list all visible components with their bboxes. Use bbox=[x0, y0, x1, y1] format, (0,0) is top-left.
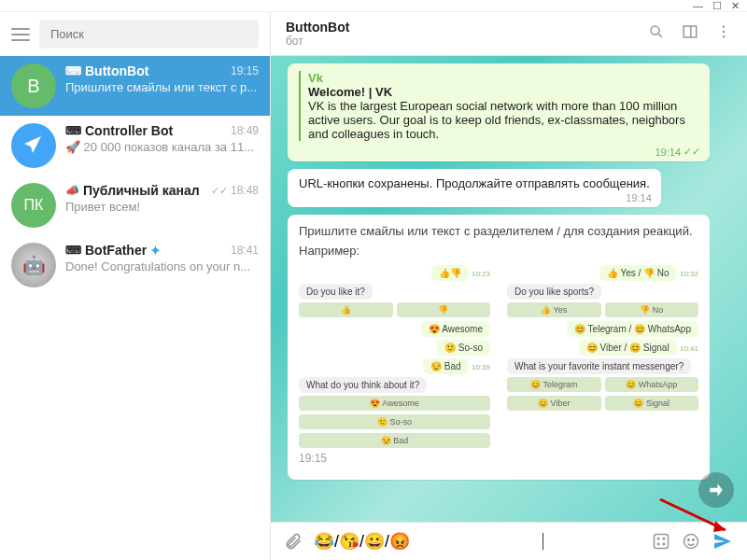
chat-name-label: Публичный канал bbox=[83, 183, 200, 198]
example-label: Например: bbox=[299, 244, 698, 258]
mini-reaction: 😒 Bad bbox=[423, 358, 469, 374]
message-time: 19:15 bbox=[299, 452, 327, 465]
mini-button: 🙂 So-so bbox=[299, 414, 490, 429]
verified-icon: ✦ bbox=[150, 244, 161, 258]
mini-button: 👎 No bbox=[605, 302, 699, 317]
chat-preview: 🚀 20 000 показов канала за 11... bbox=[65, 140, 259, 154]
svg-point-11 bbox=[663, 543, 665, 545]
svg-line-1 bbox=[658, 34, 662, 37]
svg-point-10 bbox=[657, 543, 659, 545]
more-icon[interactable] bbox=[715, 23, 732, 44]
chat-name-label: BotFather bbox=[85, 243, 147, 258]
svg-point-9 bbox=[663, 538, 665, 539]
mini-question: Do you like it? bbox=[299, 284, 373, 300]
mini-question: Do you like sports? bbox=[507, 284, 601, 300]
megaphone-icon: 📣 bbox=[65, 184, 79, 197]
svg-rect-7 bbox=[655, 535, 669, 549]
link-source: Vk bbox=[308, 71, 698, 85]
window-close[interactable]: ✕ bbox=[731, 0, 740, 12]
chat-time: 18:49 bbox=[231, 124, 259, 137]
link-title: Welcome! | VK bbox=[308, 85, 698, 99]
chat-item-public-channel[interactable]: ПК 📣Публичный канал ✓✓ 18:48 Привет всем… bbox=[0, 175, 270, 235]
search-icon[interactable] bbox=[648, 23, 665, 44]
text-caret bbox=[543, 533, 543, 550]
attach-icon[interactable] bbox=[284, 532, 303, 551]
window-minimize[interactable]: — bbox=[693, 0, 703, 11]
bot-icon: ⌨ bbox=[65, 124, 81, 137]
svg-point-5 bbox=[723, 31, 725, 33]
message-input[interactable]: 😂/😘/😀/😡 bbox=[314, 531, 641, 552]
bot-icon: ⌨ bbox=[65, 64, 81, 77]
send-button[interactable] bbox=[712, 530, 734, 553]
window-maximize[interactable]: ☐ bbox=[712, 0, 722, 12]
example-column-1: 👍👎 10:23 Do you like it? 👍👎 😍 Awesome 🙂 … bbox=[299, 265, 490, 452]
search-input[interactable] bbox=[39, 20, 259, 49]
mini-reaction: 👍👎 bbox=[431, 265, 469, 281]
mini-button: 😊 WhatsApp bbox=[605, 377, 699, 392]
chat-time: 18:41 bbox=[231, 244, 259, 257]
mini-question: What do you think about it? bbox=[299, 377, 427, 393]
message-list: Vk Welcome! | VK VK is the largest Europ… bbox=[271, 56, 747, 522]
instruction-text: Пришлите смайлы или текст с разделителем… bbox=[299, 224, 698, 238]
panel-icon[interactable] bbox=[682, 23, 698, 44]
mini-button: 😊 Signal bbox=[605, 396, 699, 411]
svg-point-0 bbox=[651, 26, 659, 35]
chat-preview: Привет всем! bbox=[65, 200, 259, 214]
chat-item-controllerbot[interactable]: ⌨Controller Bot 18:49 🚀 20 000 показов к… bbox=[0, 116, 270, 175]
read-ticks-icon: ✓✓ bbox=[211, 185, 228, 196]
mini-button: 👍 bbox=[299, 302, 393, 317]
chat-header: ButtonBot бот bbox=[271, 12, 747, 56]
chat-name-label: ButtonBot bbox=[85, 63, 148, 78]
message-vk-preview[interactable]: Vk Welcome! | VK VK is the largest Europ… bbox=[288, 63, 710, 161]
mini-reaction: 👍 Yes / 👎 No bbox=[599, 265, 677, 281]
chat-subtitle: бот bbox=[286, 35, 349, 48]
read-ticks-icon: ✓✓ bbox=[684, 146, 700, 158]
mini-reaction: 🙂 So-so bbox=[437, 340, 490, 356]
chat-time: ✓✓ 18:48 bbox=[211, 184, 259, 197]
mini-button: 😒 Bad bbox=[299, 433, 490, 448]
message-composer: 😂/😘/😀/😡 bbox=[271, 522, 747, 560]
mini-reaction: 😍 Awesome bbox=[421, 321, 490, 337]
chat-name-label: Controller Bot bbox=[85, 123, 173, 138]
svg-point-4 bbox=[723, 26, 725, 28]
chat-item-botfather[interactable]: 🤖 ⌨BotFather ✦ 18:41 Done! Congratulatio… bbox=[0, 235, 270, 295]
svg-point-12 bbox=[684, 535, 698, 549]
mini-button: 👎 bbox=[397, 302, 491, 317]
mini-button: 😊 Viber bbox=[507, 396, 601, 411]
example-column-2: 👍 Yes / 👎 No 10:32 Do you like sports? 👍… bbox=[507, 265, 698, 452]
chat-preview: Done! Congratulations on your n... bbox=[65, 259, 259, 273]
chat-item-buttonbot[interactable]: B ⌨ButtonBot 19:15 Пришлите смайлы или т… bbox=[0, 56, 270, 116]
sticker-icon[interactable] bbox=[652, 532, 670, 551]
avatar: B bbox=[11, 63, 56, 108]
link-description: VK is the largest European social networ… bbox=[308, 99, 698, 141]
chat-time: 19:15 bbox=[231, 64, 259, 77]
message-text: URL-кнопки сохранены. Продолжайте отправ… bbox=[299, 176, 650, 190]
mini-button: 😍 Awesome bbox=[299, 396, 490, 411]
svg-point-8 bbox=[657, 538, 659, 539]
emoji-icon[interactable] bbox=[682, 532, 700, 551]
bot-icon: ⌨ bbox=[65, 244, 81, 257]
mini-button: 👍 Yes bbox=[507, 302, 601, 317]
avatar: ПК bbox=[11, 183, 56, 228]
svg-point-14 bbox=[693, 539, 695, 541]
message-time: 19:14 bbox=[655, 147, 681, 158]
scroll-down-button[interactable] bbox=[698, 472, 734, 508]
avatar bbox=[11, 123, 56, 168]
message-saved[interactable]: URL-кнопки сохранены. Продолжайте отправ… bbox=[288, 169, 661, 207]
sidebar: B ⌨ButtonBot 19:15 Пришлите смайлы или т… bbox=[0, 12, 271, 560]
avatar: 🤖 bbox=[11, 243, 56, 287]
hamburger-menu-icon[interactable] bbox=[11, 28, 30, 41]
chat-title: ButtonBot bbox=[286, 20, 349, 35]
mini-reaction: 😊 Telegram / 😊 WhatsApp bbox=[567, 321, 698, 337]
mini-question: What is your favorite instant messenger? bbox=[507, 358, 691, 374]
chat-preview: Пришлите смайлы или текст с р... bbox=[65, 80, 259, 94]
svg-point-13 bbox=[688, 539, 690, 541]
draft-text: 😂/😘/😀/😡 bbox=[314, 531, 410, 552]
message-instructions[interactable]: Пришлите смайлы или текст с разделителем… bbox=[288, 215, 710, 480]
mini-button: 😊 Telegram bbox=[507, 377, 601, 392]
message-time: 19:14 bbox=[626, 192, 652, 203]
svg-point-6 bbox=[723, 35, 725, 37]
chat-main: ButtonBot бот Vk Welcome! | VK VK is the… bbox=[271, 12, 747, 560]
mini-reaction: 😊 Viber / 😊 Signal bbox=[579, 340, 677, 356]
